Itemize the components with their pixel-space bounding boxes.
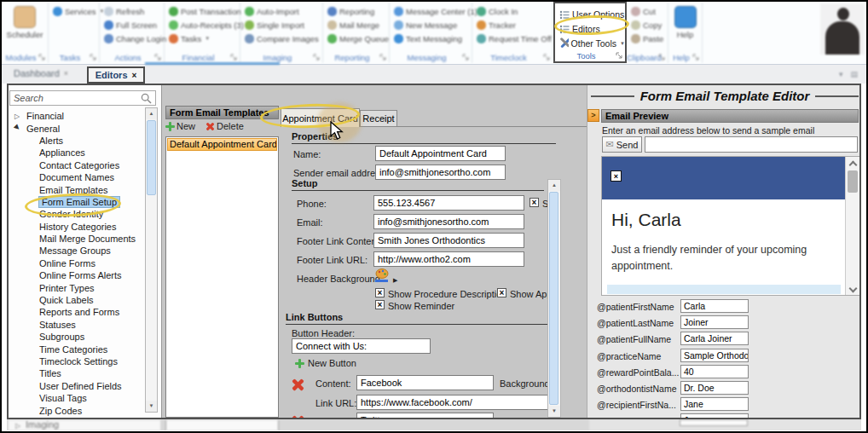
link-button-content-field[interactable]: Twitter: [356, 413, 494, 418]
scroll-up-icon[interactable]: ▲: [146, 108, 157, 119]
sidebar-item-gender-identity[interactable]: Gender Identity: [9, 208, 145, 220]
variable-value-input[interactable]: Jane: [680, 397, 749, 411]
sidebar-item-online-forms-alerts[interactable]: Online Forms Alerts: [9, 269, 145, 281]
dialog-launcher-icon[interactable]: [462, 54, 470, 61]
tab-editors[interactable]: Editors ×: [87, 66, 145, 84]
ribbon-item-single-import[interactable]: Single Import: [240, 18, 322, 32]
sidebar-item-online-forms[interactable]: Online Forms: [9, 257, 145, 269]
sidebar-item-reports-and-forms[interactable]: Reports and Forms: [9, 306, 145, 318]
dialog-launcher-icon[interactable]: [90, 54, 97, 61]
dialog-launcher-icon[interactable]: [313, 54, 321, 61]
sidebar-item-financial[interactable]: ▷Financial: [9, 110, 145, 122]
ribbon-item-paste[interactable]: Paste: [627, 32, 668, 45]
variable-value-input[interactable]: Carla Joiner: [680, 332, 749, 345]
scrollbar-thumb[interactable]: [848, 170, 858, 193]
tab-receipt[interactable]: Receipt: [360, 110, 397, 127]
ribbon-item-tasks[interactable]: Tasks▼: [165, 32, 240, 45]
scroll-down-icon[interactable]: ▼: [548, 406, 560, 417]
ribbon-item-clock-in[interactable]: Clock In: [472, 4, 553, 18]
delete-link-button-icon[interactable]: [292, 415, 305, 418]
ribbon-item-text-messaging[interactable]: Text Messaging: [390, 32, 472, 45]
footer-link-content-field[interactable]: Smith Jones Orthodontics: [373, 233, 524, 248]
scrollbar-thumb[interactable]: [549, 192, 558, 405]
ribbon-item-editors[interactable]: Editors: [555, 21, 625, 36]
ribbon-item-auto-receipts-3[interactable]: Auto-Receipts (3): [165, 18, 240, 32]
dialog-launcher-icon[interactable]: [616, 52, 623, 60]
ribbon-item-copy[interactable]: Copy: [627, 18, 668, 32]
dialog-launcher-icon[interactable]: [379, 54, 387, 61]
new-button-button[interactable]: New Button: [295, 358, 356, 368]
ribbon-item-refresh[interactable]: Refresh: [100, 4, 164, 18]
sidebar-item-zip-codes[interactable]: Zip Codes: [9, 404, 145, 416]
palette-dropdown-arrow-icon[interactable]: ▶: [393, 277, 397, 284]
search-input[interactable]: Search: [9, 90, 156, 106]
delete-link-button-icon[interactable]: [292, 378, 305, 392]
sidebar-item-user-defined-fields[interactable]: User Defined Fields: [9, 380, 145, 392]
sidebar-item-form-email-setup[interactable]: Form Email Setup: [9, 196, 145, 208]
sample-email-address-input[interactable]: [645, 136, 858, 153]
pin-icon[interactable]: ▾: [839, 70, 843, 78]
sidebar-item-printer-types[interactable]: Printer Types: [9, 281, 145, 293]
sidebar-item-general[interactable]: ▶General: [9, 122, 145, 134]
form-scrollbar[interactable]: ▲ ▼: [547, 179, 561, 418]
sidebar-item-alerts[interactable]: Alerts: [9, 135, 145, 147]
close-icon[interactable]: ×: [132, 71, 137, 80]
scrollbar-thumb[interactable]: [147, 120, 156, 195]
ribbon-item-compare-images[interactable]: Compare Images: [240, 32, 322, 45]
preview-scrollbar[interactable]: [845, 157, 859, 295]
dialog-launcher-icon[interactable]: [230, 54, 238, 61]
dialog-launcher-icon[interactable]: [154, 54, 162, 61]
sidebar-item-statuses[interactable]: Statuses: [9, 319, 145, 331]
expanded-expander-icon[interactable]: ▶: [13, 123, 24, 134]
sidebar-item-imaging[interactable]: ▷ Imaging: [15, 419, 59, 430]
ribbon-item-post-transaction[interactable]: Post Transaction: [165, 4, 240, 18]
ribbon-item-message-center-1[interactable]: Message Center (1): [390, 4, 472, 18]
close-icon[interactable]: ×: [64, 69, 68, 78]
ribbon-item-new-message[interactable]: New Message: [390, 18, 472, 32]
show-appointment-checkbox[interactable]: ×: [497, 288, 506, 297]
name-field[interactable]: Default Appointment Card: [375, 146, 506, 161]
scroll-down-icon[interactable]: ▼: [146, 401, 157, 412]
dialog-launcher-icon[interactable]: [38, 54, 46, 61]
scroll-down-icon[interactable]: [849, 285, 858, 293]
ribbon-item-other-tools[interactable]: Other Tools▼: [555, 36, 625, 50]
ribbon-item-auto-import[interactable]: Auto-Import: [240, 4, 322, 18]
sidebar-item-appliances[interactable]: Appliances: [9, 147, 145, 159]
tab-dashboard[interactable]: Dashboard ×: [14, 68, 68, 78]
dialog-launcher-icon[interactable]: [658, 54, 666, 61]
show-phone-checkbox[interactable]: ×: [529, 198, 539, 207]
list-item-default-appointment-card[interactable]: Default Appointment Card: [167, 138, 277, 151]
variable-value-input[interactable]: Dr. Doe: [680, 381, 749, 395]
link-button-url-field[interactable]: https://www.facebook.com/: [356, 395, 549, 410]
sidebar-item-subgroups[interactable]: Subgroups: [9, 331, 145, 343]
ribbon-item-cut[interactable]: Cut: [627, 4, 668, 18]
dialog-launcher-icon[interactable]: [692, 54, 700, 61]
delete-template-button[interactable]: Delete: [205, 121, 244, 131]
show-reminder-checkbox[interactable]: ×: [375, 300, 385, 309]
scroll-up-icon[interactable]: [849, 161, 858, 170]
collapsed-expander-icon[interactable]: ▷: [14, 113, 22, 120]
sidebar-item-quick-labels[interactable]: Quick Labels: [9, 294, 145, 306]
ribbon-item-reporting[interactable]: Reporting: [323, 4, 389, 18]
sidebar-scrollbar[interactable]: ▲ ▼: [145, 107, 158, 413]
show-procedure-checkbox[interactable]: ×: [375, 288, 385, 297]
sidebar-item-message-groups[interactable]: Message Groups: [9, 245, 145, 257]
sidebar-item-visual-tags[interactable]: Visual Tags: [9, 392, 145, 404]
variable-value-input[interactable]: Jones: [680, 413, 749, 418]
sidebar-item-history-categories[interactable]: History Categories: [9, 221, 145, 233]
variable-value-input[interactable]: Carla: [680, 299, 749, 313]
ribbon-item-merge-queue[interactable]: Merge Queue: [323, 32, 389, 45]
ribbon-item-mail-merge[interactable]: Mail Merge: [323, 18, 389, 32]
sidebar-item-titles[interactable]: Titles: [9, 367, 145, 379]
ribbon-item-scheduler[interactable]: Scheduler: [2, 4, 48, 39]
new-template-button[interactable]: New: [165, 121, 195, 131]
dialog-launcher-icon[interactable]: [543, 54, 551, 61]
sidebar-item-email-templates[interactable]: Email Templates: [9, 183, 145, 195]
variable-value-input[interactable]: Sample Orthodontics: [680, 349, 749, 362]
sidebar-item-time-categories[interactable]: Time Categories: [9, 343, 145, 355]
layout-icon[interactable]: ▤: [850, 70, 858, 78]
footer-link-url-field[interactable]: http://www.ortho2.com: [373, 251, 524, 267]
ribbon-item-change-login[interactable]: Change Login: [100, 32, 164, 45]
variable-value-input[interactable]: Joiner: [680, 315, 749, 329]
sidebar-item-timeclock-settings[interactable]: Timeclock Settings: [9, 355, 145, 367]
